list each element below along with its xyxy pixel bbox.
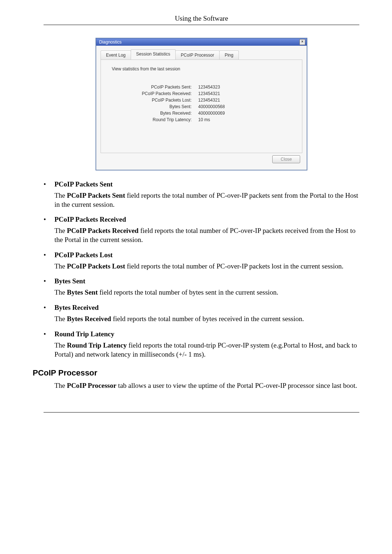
bullet-icon: • bbox=[44, 180, 54, 188]
body-post: field reports the total number of bytes … bbox=[98, 288, 278, 296]
list-item: • PCoIP Packets Sent The PCoIP Packets S… bbox=[44, 180, 359, 209]
tab-pcoip-processor[interactable]: PCoIP Processor bbox=[175, 50, 220, 59]
bullet-body: The Bytes Received field reports the tot… bbox=[54, 315, 359, 324]
stat-label: PCoIP Packets Received: bbox=[108, 91, 198, 96]
stat-label: Round Trip Latency: bbox=[108, 117, 198, 122]
tab-content: View statistics from the last session PC… bbox=[101, 60, 302, 153]
body-post: field reports the total number of PC-ove… bbox=[125, 262, 344, 270]
dialog-title: Diagnostics bbox=[99, 40, 122, 45]
dialog-titlebar: Diagnostics × bbox=[96, 38, 307, 46]
tab-event-log[interactable]: Event Log bbox=[101, 50, 131, 59]
bullet-title: PCoIP Packets Sent bbox=[54, 180, 113, 188]
body-bold: Bytes Received bbox=[67, 315, 111, 323]
body-pre: The bbox=[54, 382, 67, 389]
section-body: The PCoIP Processor tab allows a user to… bbox=[54, 381, 359, 390]
body-post: field reports the total number of bytes … bbox=[111, 315, 304, 323]
stat-value: 40000000568 bbox=[198, 104, 225, 109]
header-rule bbox=[44, 25, 359, 25]
bullet-icon: • bbox=[44, 277, 54, 285]
stat-label: PCoIP Packets Sent: bbox=[108, 85, 198, 90]
stat-value: 123454323 bbox=[198, 85, 220, 90]
bullet-body: The PCoIP Packets Received field reports… bbox=[54, 226, 359, 244]
body-bold: Bytes Sent bbox=[67, 288, 98, 296]
stat-row: Bytes Sent: 40000000568 bbox=[108, 104, 295, 109]
list-item: • PCoIP Packets Received The PCoIP Packe… bbox=[44, 216, 359, 244]
page-header: Using the Software bbox=[44, 15, 359, 22]
dialog-body: Event Log Session Statistics PCoIP Proce… bbox=[96, 46, 307, 170]
bullet-title: Bytes Received bbox=[54, 304, 99, 312]
body-bold: Round Trip Latency bbox=[67, 341, 127, 349]
body-pre: The bbox=[54, 262, 67, 270]
bullet-icon: • bbox=[44, 251, 54, 259]
body-pre: The bbox=[54, 192, 67, 199]
list-item: • Bytes Received The Bytes Received fiel… bbox=[44, 304, 359, 324]
body-pre: The bbox=[54, 341, 67, 349]
bullet-body: The PCoIP Packets Sent field reports the… bbox=[54, 191, 359, 209]
footer-rule bbox=[44, 412, 359, 413]
bullet-title: Round Trip Latency bbox=[54, 330, 114, 338]
list-item: • PCoIP Packets Lost The PCoIP Packets L… bbox=[44, 251, 359, 271]
body-pre: The bbox=[54, 227, 67, 234]
stat-row: PCoIP Packets Lost: 123454321 bbox=[108, 98, 295, 103]
bullet-icon: • bbox=[44, 304, 54, 312]
stat-row: PCoIP Packets Sent: 123454323 bbox=[108, 85, 295, 90]
bullet-body: The PCoIP Packets Lost field reports the… bbox=[54, 262, 359, 271]
stat-value: 123454321 bbox=[198, 98, 220, 103]
body-pre: The bbox=[54, 315, 67, 323]
body-pre: The bbox=[54, 288, 67, 296]
stat-row: Bytes Received: 40000000069 bbox=[108, 111, 295, 116]
stat-value: 10 ms bbox=[198, 117, 210, 122]
bullet-body: The Bytes Sent field reports the total n… bbox=[54, 288, 359, 297]
section-heading: PCoIP Processor bbox=[33, 368, 359, 378]
tab-description: View statistics from the last session bbox=[112, 66, 295, 71]
bullet-icon: • bbox=[44, 216, 54, 223]
stat-label: Bytes Sent: bbox=[108, 104, 198, 109]
stat-value: 123454321 bbox=[198, 91, 220, 96]
bullet-icon: • bbox=[44, 330, 54, 338]
body-bold: PCoIP Packets Sent bbox=[67, 192, 125, 199]
stat-label: PCoIP Packets Lost: bbox=[108, 98, 198, 103]
stat-row: PCoIP Packets Received: 123454321 bbox=[108, 91, 295, 96]
dialog-button-bar: Close bbox=[101, 153, 302, 166]
list-item: • Round Trip Latency The Round Trip Late… bbox=[44, 330, 359, 359]
body-bold: PCoIP Packets Received bbox=[67, 227, 138, 234]
stat-label: Bytes Received: bbox=[108, 111, 198, 116]
tab-ping[interactable]: Ping bbox=[219, 50, 239, 59]
bullet-list: • PCoIP Packets Sent The PCoIP Packets S… bbox=[44, 180, 359, 359]
list-item: • Bytes Sent The Bytes Sent field report… bbox=[44, 277, 359, 297]
close-icon[interactable]: × bbox=[299, 39, 305, 45]
body-post: tab allows a user to view the uptime of … bbox=[117, 382, 357, 389]
close-button[interactable]: Close bbox=[272, 155, 300, 163]
bullet-title: PCoIP Packets Received bbox=[54, 216, 126, 223]
stat-value: 40000000069 bbox=[198, 111, 225, 116]
body-bold: PCoIP Packets Lost bbox=[67, 262, 125, 270]
tab-strip: Event Log Session Statistics PCoIP Proce… bbox=[101, 49, 302, 60]
stat-row: Round Trip Latency: 10 ms bbox=[108, 117, 295, 122]
bullet-title: Bytes Sent bbox=[54, 277, 85, 285]
bullet-body: The Round Trip Latency field reports the… bbox=[54, 341, 359, 359]
tab-session-statistics[interactable]: Session Statistics bbox=[131, 49, 176, 59]
bullet-title: PCoIP Packets Lost bbox=[54, 251, 113, 259]
diagnostics-dialog: Diagnostics × Event Log Session Statisti… bbox=[96, 38, 307, 170]
body-bold: PCoIP Processor bbox=[67, 382, 116, 389]
